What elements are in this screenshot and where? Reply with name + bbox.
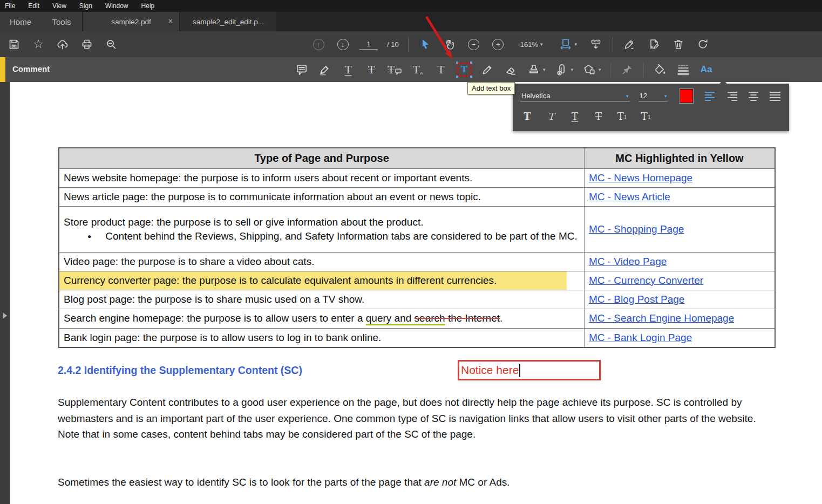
eraser-button[interactable] bbox=[504, 60, 518, 79]
font-size-value: 12 bbox=[640, 92, 647, 100]
italic-button[interactable]: T bbox=[544, 110, 558, 124]
tooltip-text: Add text box bbox=[472, 84, 511, 92]
notice-text-box[interactable]: Notice here bbox=[458, 360, 601, 380]
previous-page-button[interactable]: ↑ bbox=[311, 36, 326, 53]
justify-button[interactable] bbox=[769, 91, 782, 101]
stamp-button[interactable]: ▾ bbox=[527, 60, 546, 79]
sticky-note-button[interactable] bbox=[295, 60, 309, 79]
menu-view[interactable]: View bbox=[52, 2, 66, 10]
print-button[interactable] bbox=[79, 36, 94, 53]
draw-tool-button[interactable] bbox=[480, 60, 494, 79]
align-left-button[interactable] bbox=[704, 91, 717, 101]
highlight-text-button[interactable] bbox=[318, 60, 332, 79]
shapes-button[interactable]: ▾ bbox=[582, 60, 601, 79]
mc-link[interactable]: MC - Video Page bbox=[589, 256, 667, 267]
comment-toolbar-divider bbox=[610, 63, 611, 77]
table-row: Store product page: the purpose is to se… bbox=[59, 206, 775, 252]
mc-link[interactable]: MC - Search Engine Homepage bbox=[589, 312, 734, 324]
line-thickness-button[interactable] bbox=[676, 60, 690, 79]
edit-page-icon bbox=[648, 38, 661, 51]
underline-text-button[interactable]: T bbox=[341, 60, 355, 79]
tab-tools[interactable]: Tools bbox=[41, 12, 82, 31]
tab-doc-sample2[interactable]: sample2.pdf × bbox=[83, 12, 179, 31]
sign-button[interactable] bbox=[622, 36, 637, 53]
bold-button[interactable]: T bbox=[520, 110, 534, 124]
line-thickness-icon bbox=[676, 63, 690, 77]
text-format-panel: Helvetica ▾ 12 ▾ T T T T T1 T1 bbox=[513, 84, 789, 131]
save-button[interactable] bbox=[6, 36, 22, 53]
superscript-button[interactable]: T1 bbox=[615, 110, 629, 124]
zoom-in-button[interactable]: + bbox=[491, 36, 506, 53]
italic-text: are not bbox=[424, 476, 456, 488]
chevron-down-icon: ▾ bbox=[540, 42, 543, 47]
mc-link[interactable]: MC - Shopping Page bbox=[589, 223, 684, 235]
menu-file[interactable]: File bbox=[5, 2, 15, 10]
rotate-pages-button[interactable] bbox=[695, 36, 710, 53]
subscript-button[interactable]: T1 bbox=[639, 110, 653, 124]
strikethrough-button[interactable]: T bbox=[592, 110, 606, 124]
insert-text-button[interactable]: T ^ bbox=[411, 60, 425, 79]
align-right-button[interactable] bbox=[725, 91, 738, 101]
align-center-button[interactable] bbox=[747, 91, 760, 101]
fill-color-button[interactable] bbox=[653, 60, 667, 79]
mc-link-cell: MC - Blog Post Page bbox=[584, 290, 775, 309]
font-family-dropdown[interactable]: Helvetica ▾ bbox=[520, 90, 630, 102]
notice-text: Notice here bbox=[461, 364, 519, 377]
purpose-cell: Bank login page: the purpose is to allow… bbox=[59, 328, 584, 348]
tab-doc-sample2-edit[interactable]: sample2_edit_edit.p... bbox=[180, 12, 276, 31]
tab-home[interactable]: Home bbox=[0, 12, 41, 31]
share-button[interactable] bbox=[55, 36, 70, 53]
menu-edit[interactable]: Edit bbox=[28, 2, 39, 10]
mc-link-cell: MC - Shopping Page bbox=[584, 206, 775, 252]
next-page-button[interactable]: ↓ bbox=[335, 36, 350, 53]
tab-tools-label: Tools bbox=[52, 17, 71, 26]
add-text-box-button[interactable]: T bbox=[457, 60, 471, 79]
purpose-cell: News website homepage: the purpose is to… bbox=[59, 168, 584, 187]
strikethrough-text-button[interactable]: T bbox=[364, 60, 378, 79]
text-color-swatch[interactable] bbox=[680, 89, 693, 103]
underline-button[interactable]: T bbox=[568, 110, 582, 124]
selection-handle bbox=[456, 62, 458, 64]
edit-pdf-button[interactable] bbox=[647, 36, 662, 53]
mc-link[interactable]: MC - Currency Converter bbox=[589, 275, 703, 286]
chevron-down-icon: ▾ bbox=[599, 67, 601, 72]
purpose-cell-highlighted: Currency converter page: the purpose is … bbox=[59, 271, 584, 290]
search-button[interactable] bbox=[104, 36, 119, 53]
hand-tool-button[interactable] bbox=[442, 36, 457, 53]
pin-button[interactable] bbox=[620, 60, 634, 79]
font-size-dropdown[interactable]: 12 ▾ bbox=[638, 90, 668, 102]
hide-toolbar-button[interactable] bbox=[588, 36, 603, 53]
select-tool-button[interactable] bbox=[418, 36, 433, 53]
mc-link[interactable]: MC - Blog Post Page bbox=[589, 294, 684, 305]
fit-width-button[interactable]: ▾ bbox=[558, 36, 579, 53]
menu-help[interactable]: Help bbox=[141, 2, 155, 10]
table-row: News article page: the purpose is to com… bbox=[59, 187, 775, 206]
zoom-level-dropdown[interactable]: 161% ▾ bbox=[515, 36, 548, 53]
close-icon[interactable]: × bbox=[168, 16, 173, 26]
main-toolbar: ☆ ↑ ↓ / 10 − + 161% ▾ ▾ bbox=[0, 31, 822, 57]
chevron-down-icon: ▾ bbox=[664, 93, 667, 99]
mc-link[interactable]: MC - Bank Login Page bbox=[589, 332, 692, 343]
zoom-out-button[interactable]: − bbox=[466, 36, 481, 53]
mc-link[interactable]: MC - News Homepage bbox=[589, 172, 692, 183]
delete-pages-button[interactable] bbox=[671, 36, 686, 53]
table-row: News website homepage: the purpose is to… bbox=[59, 168, 775, 187]
toolbar-divider bbox=[408, 37, 409, 52]
table-row: Bank login page: the purpose is to allow… bbox=[59, 328, 775, 348]
save-icon bbox=[8, 38, 21, 51]
chevron-down-icon: ▾ bbox=[543, 67, 546, 72]
star-button[interactable]: ☆ bbox=[31, 36, 46, 53]
mc-link[interactable]: MC - News Article bbox=[589, 191, 670, 202]
add-text-comment-button[interactable]: T bbox=[434, 60, 448, 79]
expand-panel-button[interactable] bbox=[3, 312, 7, 319]
page-number-input[interactable] bbox=[359, 39, 378, 50]
menu-bar: File Edit View Sign Window Help bbox=[0, 0, 822, 12]
tab-home-label: Home bbox=[10, 17, 31, 26]
attach-file-button[interactable]: ▾ bbox=[555, 60, 574, 79]
menu-sign[interactable]: Sign bbox=[79, 2, 92, 10]
replace-text-button[interactable]: T bbox=[388, 60, 402, 79]
menu-window[interactable]: Window bbox=[105, 2, 128, 10]
left-panel-strip bbox=[0, 82, 10, 504]
text-properties-button[interactable]: Aa bbox=[699, 60, 714, 79]
subscript-digit: 1 bbox=[648, 114, 651, 120]
